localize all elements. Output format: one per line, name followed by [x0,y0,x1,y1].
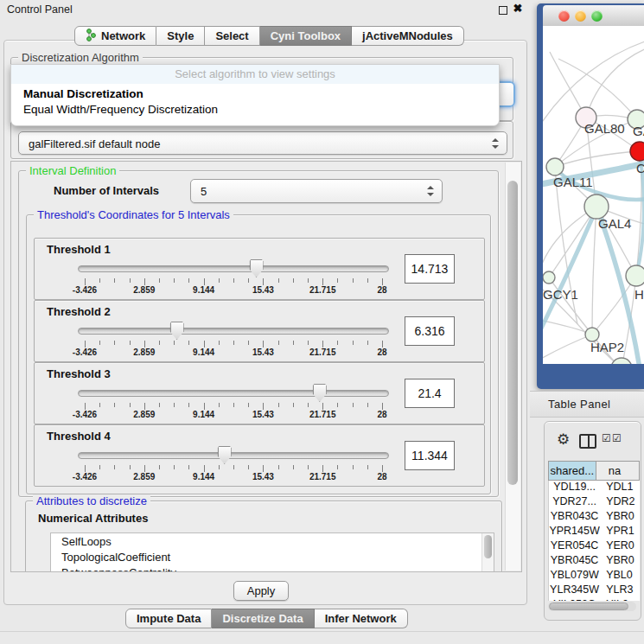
network-edge[interactable] [592,207,596,335]
settings-scrollbar[interactable] [505,163,520,571]
zoom-traffic-light[interactable] [591,10,603,22]
network-node-gal4[interactable] [584,194,609,219]
table-row[interactable]: YER054CYER0 [549,539,640,554]
tab-cyni-toolbox[interactable]: Cyni Toolbox [260,26,352,46]
tab-infer-network[interactable]: Infer Network [315,609,408,628]
network-icon [86,29,97,44]
major-tick [144,403,145,410]
slider-thumb[interactable] [250,259,264,277]
tick-label: 28 [354,410,410,419]
table-hscrollbar-thumb[interactable] [549,603,628,610]
tick-label: 28 [354,348,410,357]
table-row[interactable]: YPR145WYPR1 [549,525,640,539]
tab-style[interactable]: Style [156,26,205,46]
table-row[interactable]: YBR045CYBR0 [549,554,640,569]
tab-impute-data[interactable]: Impute Data [125,609,212,628]
table-hscrollbar[interactable] [548,602,636,611]
slider-track[interactable] [78,328,389,335]
threshold-slider[interactable]: -3.4262.8599.14415.4321.71528 [78,322,389,358]
network-edge[interactable] [550,52,586,118]
apply-button[interactable]: Apply [233,581,289,601]
major-tick [204,278,205,285]
threshold-slider[interactable]: -3.4262.8599.14415.4321.71528 [78,446,389,482]
network-edge[interactable] [543,335,592,360]
attribute-list-item[interactable]: BetweennessCentrality [51,564,494,572]
list-scrollbar-thumb[interactable] [484,535,492,558]
panel-title: Control Panel [7,3,73,16]
network-node-h[interactable] [626,265,644,286]
table-row[interactable]: YLR345WYLR3 [549,583,640,598]
close-traffic-light[interactable] [558,10,570,22]
network-canvas[interactable]: GAL80GACGAL11GAL4GCY1HHAP2 [543,26,644,364]
bottom-tab-bar: Impute DataDiscretize DataInfer Network [125,609,408,628]
threshold-slider[interactable]: -3.4262.8599.14415.4321.71528 [78,384,389,420]
cell-shared-name: YIL052C [549,598,600,601]
column-header-2[interactable]: na [596,461,640,481]
tick-label: 2.859 [117,472,172,481]
cell-name: YLR3 [600,583,640,598]
slider-track[interactable] [78,265,389,272]
network-node[interactable] [611,358,632,364]
attribute-list-item[interactable]: SelfLoops [51,533,494,549]
minor-tick [367,403,368,407]
tab-label: Network [101,29,145,42]
algorithm-option[interactable]: Equal Width/Frequency Discretization [23,103,218,116]
network-node-gcy1[interactable] [543,271,555,284]
table-row[interactable]: YDL19...YDL1 [549,481,640,495]
slider-track[interactable] [78,390,389,397]
threshold-value-field[interactable]: 14.713 [405,254,455,284]
table-row[interactable]: YBR043CYBR0 [549,510,640,525]
column-header-1[interactable]: shared... [548,461,596,481]
tab-jactivemnodules[interactable]: jActiveMNodules [352,26,464,46]
threshold-value-field[interactable]: 21.4 [405,379,455,408]
table-row[interactable]: YBL079WYBL0 [549,569,640,583]
minor-tick [114,403,115,407]
network-node-c[interactable] [630,142,644,161]
gear-icon[interactable]: ⚙ [557,430,570,449]
slider-thumb[interactable] [170,322,184,340]
tab-label: Infer Network [325,612,397,625]
slider-thumb[interactable] [218,446,232,464]
tab-network[interactable]: Network [74,26,156,46]
minor-tick [233,403,234,407]
status-divider [0,631,644,632]
major-tick [144,341,145,348]
split-columns-icon[interactable] [579,434,596,449]
interval-definition-title: Interval Definition [26,164,119,177]
settings-scrollbar-thumb[interactable] [507,181,518,485]
select-columns-icon[interactable]: ☑ [602,432,611,444]
attribute-list-item[interactable]: TopologicalCoefficient [51,549,494,564]
node-label: GCY1 [543,287,578,302]
minimize-traffic-light[interactable] [575,10,586,22]
select-all-columns-icon[interactable]: ☑ [612,432,622,444]
list-scrollbar[interactable] [481,533,494,572]
minor-tick [219,403,220,407]
cell-name: YPR1 [600,525,640,539]
table-row[interactable]: YDR27...YDR2 [549,495,640,510]
node-label: H [634,287,644,302]
tab-label: Discretize Data [222,612,303,625]
network-edge[interactable] [586,48,644,118]
table-row[interactable]: YIL052CYIL0 [549,598,640,601]
threshold-value-field[interactable]: 11.344 [405,441,455,470]
slider-thumb[interactable] [313,384,327,402]
network-node-gal11[interactable] [546,158,564,175]
threshold-value-field[interactable]: 6.316 [405,316,455,346]
table-data-combobox[interactable]: galFiltered.sif default node [18,131,507,155]
table-panel-titlebar: Table Panel [530,391,644,418]
tab-discretize-data[interactable]: Discretize Data [212,609,314,628]
minor-tick [99,403,100,407]
close-icon[interactable]: ✖ [513,3,523,14]
algorithm-option[interactable]: Manual Discretization [23,87,143,100]
float-window-icon[interactable] [499,6,507,15]
cell-shared-name: YBR045C [549,554,600,569]
combo-spinner-icon [492,138,499,149]
threshold-slider[interactable]: -3.4262.8599.14415.4321.71528 [78,259,389,296]
major-tick [322,341,323,348]
tab-select[interactable]: Select [205,26,259,46]
slider-track[interactable] [78,452,389,459]
threshold-panel: Threshold 4-3.4262.8599.14415.4321.71528… [34,424,485,487]
major-tick [85,341,86,348]
threshold-panel: Threshold 2-3.4262.8599.14415.4321.71528… [34,300,485,362]
num-intervals-combobox[interactable]: 5 [190,179,443,203]
